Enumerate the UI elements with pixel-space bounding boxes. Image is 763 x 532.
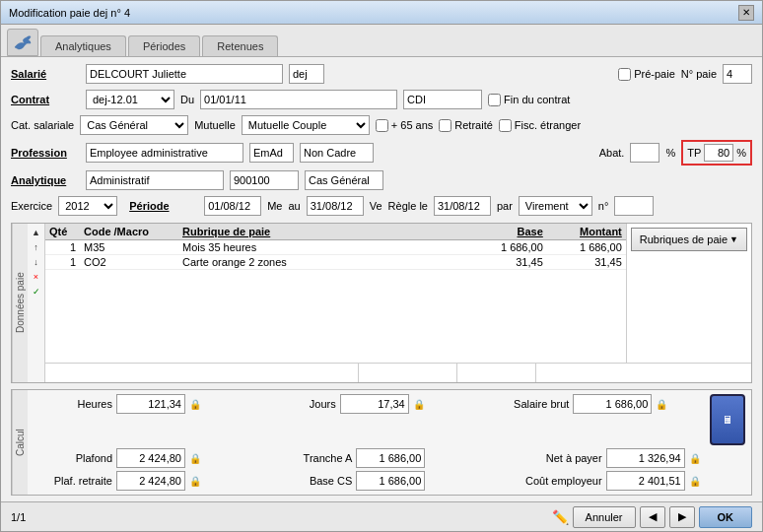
delete-btn[interactable]: × — [30, 270, 43, 284]
fin-contrat-checkbox[interactable] — [488, 94, 501, 106]
next-button[interactable]: ▶ — [669, 506, 695, 528]
par-label: par — [497, 200, 513, 212]
exercice-row: Exercice 2012 Période Me au Ve Règle le … — [11, 195, 752, 217]
footer-col1 — [45, 364, 359, 382]
col-code: Code /Macro — [80, 224, 178, 240]
abat-input[interactable] — [630, 143, 659, 163]
mutuelle-select[interactable]: Mutuelle Couple — [242, 115, 370, 135]
no-paie-label: N° paie — [681, 68, 717, 80]
table-row[interactable]: 1 CO2 Carte orange 2 zones 31,45 31,45 — [45, 255, 626, 270]
no-label: n° — [598, 200, 609, 212]
exercice-select[interactable]: 2012 — [58, 196, 117, 216]
profession-code-input[interactable] — [249, 143, 294, 163]
jours-group: Jours 🔒 — [257, 394, 473, 414]
salaire-brut-label: Salaire brut — [480, 398, 569, 410]
footer-col4 — [536, 364, 615, 382]
contrat-date-input[interactable] — [200, 90, 397, 109]
par-select[interactable]: Virement — [519, 196, 592, 216]
calcul-row-2: Plafond 🔒 Tranche A Net à payer 🔒 — [34, 448, 745, 468]
tab-retenues[interactable]: Retenues — [202, 35, 278, 56]
prev-icon: ◀ — [649, 510, 657, 523]
pre-paie-checkbox[interactable] — [618, 68, 631, 81]
plaf-retraite-group: Plaf. retraite 🔒 — [34, 471, 265, 491]
close-button[interactable]: ✕ — [738, 5, 754, 21]
analytique-type-input[interactable] — [305, 170, 383, 190]
tp-input[interactable] — [704, 144, 733, 162]
cell-base: 31,45 — [468, 255, 547, 270]
plus65-label: + 65 ans — [391, 119, 434, 131]
annuler-button[interactable]: Annuler — [573, 506, 636, 528]
next-icon: ▶ — [678, 510, 686, 523]
contrat-date-label: Du — [180, 94, 194, 105]
plaf-retraite-input[interactable] — [116, 471, 185, 491]
analytique-code-input[interactable] — [230, 170, 299, 190]
cout-employeur-input[interactable] — [606, 471, 685, 491]
salarie-row: Salarié Pré-paie N° paie — [11, 63, 752, 85]
cat-salariale-row: Cat. salariale Cas Général Mutuelle Mutu… — [11, 114, 752, 136]
jours-label: Jours — [257, 398, 336, 410]
analytique-label: Analytique — [11, 174, 80, 186]
jours-input[interactable] — [340, 394, 409, 414]
table-scroll[interactable]: Qté Code /Macro Rubrique de paie Base Mo… — [45, 224, 626, 312]
salarie-input[interactable] — [86, 64, 283, 84]
periode-to-input[interactable] — [307, 196, 364, 216]
bottom-bar: 1/1 ✏️ Annuler ◀ ▶ OK — [1, 501, 762, 531]
col-rubrique: Rubrique de paie — [178, 224, 468, 240]
profession-input[interactable] — [86, 143, 243, 163]
ok-button[interactable]: OK — [699, 506, 753, 528]
prev-button[interactable]: ◀ — [640, 506, 665, 528]
move-up-btn[interactable]: ↑ — [30, 240, 43, 254]
plafond-lock-icon: 🔒 — [189, 453, 201, 464]
bottom-actions: ✏️ Annuler ◀ ▶ OK — [552, 506, 752, 528]
tab-analytiques[interactable]: Analytiques — [40, 35, 126, 56]
cell-qte: 1 — [45, 240, 80, 255]
calculator-icon: 🖩 — [723, 414, 733, 426]
fisc-etranger-checkbox[interactable] — [499, 119, 512, 132]
tranche-a-input[interactable] — [356, 448, 425, 468]
contrat-label: Contrat — [11, 94, 80, 105]
heures-lock-icon: 🔒 — [189, 399, 201, 410]
form-content: Salarié Pré-paie N° paie Contrat dej-12.… — [1, 57, 762, 501]
profession-type-input[interactable] — [300, 143, 374, 163]
retraite-label: Retraité — [454, 119, 493, 131]
no-paie-input[interactable] — [723, 64, 752, 84]
regle-le-input[interactable] — [434, 196, 491, 216]
periode-from-input[interactable] — [204, 196, 261, 216]
abat-pct: % — [665, 147, 675, 159]
contrat-select[interactable]: dej-12.01 — [86, 90, 174, 109]
net-a-payer-input[interactable] — [606, 448, 685, 468]
move-down-btn[interactable]: ↓ — [30, 255, 43, 269]
confirm-btn[interactable]: ✓ — [30, 285, 43, 299]
cell-rubrique: Mois 35 heures — [178, 240, 468, 255]
table-footer — [45, 363, 751, 382]
calculator-button[interactable]: 🖩 — [710, 394, 745, 445]
no-input[interactable] — [614, 196, 654, 216]
tab-periodes[interactable]: Périodes — [128, 35, 200, 56]
move-top-btn[interactable]: ▲ — [30, 226, 43, 239]
contrat-type-input[interactable] — [403, 90, 482, 109]
retraite-checkbox[interactable] — [439, 119, 451, 132]
heures-input[interactable] — [116, 394, 185, 414]
salaire-brut-input[interactable] — [573, 394, 652, 414]
tp-group: TP % — [681, 140, 752, 166]
analytique-input[interactable] — [86, 170, 224, 190]
rubriques-panel: Rubriques de paie ▼ — [626, 224, 751, 363]
tab-icon[interactable] — [7, 29, 38, 56]
table-row[interactable]: 1 M35 Mois 35 heures 1 686,00 1 686,00 — [45, 240, 626, 255]
plafond-input[interactable] — [116, 448, 185, 468]
cat-salariale-select[interactable]: Cas Général — [80, 115, 188, 135]
base-cs-input[interactable] — [356, 471, 425, 491]
cell-rubrique: Carte orange 2 zones — [178, 255, 468, 270]
calcul-side-label: Calcul — [12, 390, 28, 495]
titlebar: Modification paie dej n° 4 ✕ — [1, 1, 762, 25]
footer-col5 — [615, 364, 751, 382]
tp-label: TP — [687, 147, 701, 159]
salarie-code-input[interactable] — [289, 64, 324, 84]
plaf-retraite-label: Plaf. retraite — [34, 475, 112, 487]
paie-table: Qté Code /Macro Rubrique de paie Base Mo… — [45, 224, 626, 270]
plus65-checkbox[interactable] — [376, 119, 388, 132]
abat-label: Abat. — [599, 147, 625, 159]
rubriques-de-paie-button[interactable]: Rubriques de paie ▼ — [631, 228, 747, 251]
plafond-group: Plafond 🔒 — [34, 448, 265, 468]
plafond-label: Plafond — [34, 452, 112, 464]
